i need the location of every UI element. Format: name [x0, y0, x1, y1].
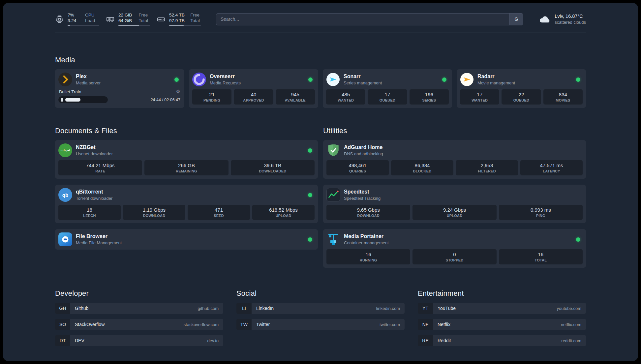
stat-label: UPLOAD	[414, 214, 495, 218]
bookmark-abbr: SO	[55, 319, 70, 330]
portainer-icon	[326, 232, 340, 246]
service-title: Speedtest	[344, 189, 381, 195]
card-portainer[interactable]: Media Portainer Container management 16R…	[323, 229, 586, 268]
bookmark-abbr: NF	[418, 319, 433, 330]
service-subtitle: Container management	[344, 240, 389, 246]
bookmark-name: Netflix	[433, 319, 561, 330]
media-progress-fill	[65, 98, 80, 102]
bookmark-name: DEV	[70, 335, 207, 346]
card-radarr[interactable]: Radarr Movie management 17WANTED 22QUEUE…	[457, 69, 586, 108]
stat-tile: 39.6 TBDOWNLOADED	[231, 160, 315, 175]
service-subtitle: Media File Management	[76, 240, 122, 246]
disk-free-value: 52.4 TB	[169, 12, 186, 18]
adguard-icon	[326, 143, 340, 157]
bookmark-twitter[interactable]: TW Twitter twitter.com	[236, 319, 405, 330]
stat-value: 0.993 ms	[500, 207, 581, 213]
sonarr-icon	[326, 73, 340, 86]
stat-value: 266 GB	[146, 163, 227, 168]
section-utilities: Utilities	[323, 126, 586, 268]
card-speedtest[interactable]: Speedtest Speedtest Tracking 9.65 GbpsDO…	[323, 185, 586, 223]
disk-usage-bar	[169, 25, 201, 26]
stat-value: 17	[461, 92, 498, 98]
bookmark-domain: dev.to	[207, 335, 223, 346]
bookmark-domain: netflix.com	[561, 319, 586, 330]
weather-widget: Lviv, 16.87°C scattered clouds	[538, 13, 586, 25]
gear-icon[interactable]: ⚙	[176, 89, 180, 94]
card-sonarr[interactable]: Sonarr Series management 485WANTED 17QUE…	[323, 69, 452, 108]
stat-tile: 618.52 MbpsUPLOAD	[252, 205, 315, 220]
bookmark-name: Reddit	[433, 335, 561, 346]
cpu-usage-bar-fill	[68, 25, 70, 26]
stat-value: 945	[277, 92, 314, 98]
stat-tile: 834MOVIES	[543, 89, 583, 105]
stat-label: FILTERED	[457, 169, 517, 173]
status-dot	[308, 148, 312, 153]
stat-tile: 40APPROVED	[234, 89, 273, 105]
stat-label: AVAILABLE	[277, 98, 314, 103]
dashboard-page: 7% CPU 3.24 Load	[3, 3, 638, 361]
bookmark-domain: github.com	[198, 303, 223, 314]
stat-value: 17	[369, 92, 406, 98]
stat-value: 9.65 Gbps	[328, 207, 409, 213]
weather-location: Lviv, 16.87°C	[555, 13, 586, 19]
search-provider-button[interactable]: G	[509, 14, 523, 25]
stat-tile: 22QUEUED	[502, 89, 541, 105]
section-title-utilities: Utilities	[323, 126, 586, 135]
stat-value: 196	[411, 92, 447, 98]
stat-tile: 21PENDING	[192, 89, 231, 105]
radarr-icon	[460, 73, 474, 86]
section-title-media: Media	[55, 55, 586, 64]
disk-icon	[157, 15, 166, 24]
stat-value: 1.19 Gbps	[124, 207, 184, 213]
bookmark-linkedin[interactable]: LI LinkedIn linkedin.com	[236, 303, 405, 314]
card-nzbget[interactable]: nzbget NZBGet Usenet downloader 744.21 M…	[55, 140, 318, 179]
stat-label: QUEUED	[503, 98, 539, 103]
plex-icon	[58, 73, 72, 86]
stat-tile: 0STOPPED	[412, 249, 496, 264]
card-plex[interactable]: Plex Media server Bullet Train ⚙	[55, 69, 184, 108]
stat-label: STOPPED	[414, 258, 495, 262]
service-subtitle: DNS and adblocking	[344, 151, 383, 157]
card-filebrowser[interactable]: File Browser Media File Management	[55, 229, 318, 250]
bookmark-dev[interactable]: DT DEV dev.to	[55, 335, 223, 346]
bookmark-name: StackOverflow	[70, 319, 184, 330]
bookmark-github[interactable]: GH Github github.com	[55, 303, 223, 314]
media-progress-bar[interactable]	[58, 96, 108, 103]
overseerr-icon	[192, 73, 206, 86]
bookmark-reddit[interactable]: RE Reddit reddit.com	[418, 335, 586, 346]
stat-tile: 17WANTED	[460, 89, 499, 105]
service-title: qBittorrent	[76, 189, 112, 195]
stat-tile: 9.24 GbpsUPLOAD	[412, 205, 496, 220]
bookmark-stackoverflow[interactable]: SO StackOverflow stackoverflow.com	[55, 319, 223, 330]
cpu-usage-bar	[68, 25, 99, 26]
card-adguard[interactable]: AdGuard Home DNS and adblocking 498,461Q…	[323, 140, 586, 179]
stat-tile: 744.21 MbpsRATE	[58, 160, 142, 175]
disk-usage-bar-fill	[169, 25, 184, 26]
stat-label: DOWNLOADED	[232, 169, 313, 173]
stat-label: QUEUED	[369, 98, 406, 103]
bookmark-abbr: GH	[55, 303, 70, 314]
stat-label: PING	[500, 214, 581, 218]
bookmark-group-developer: Developer GH Github github.com SO StackO…	[55, 289, 223, 346]
bookmark-group-title: Developer	[55, 289, 223, 298]
card-overseerr[interactable]: Overseerr Media Requests 21PENDING 40APP…	[189, 69, 318, 108]
search-input[interactable]	[216, 13, 523, 25]
stat-label: TOTAL	[500, 258, 581, 262]
bookmark-group-entertainment: Entertainment YT YouTube youtube.com NF …	[418, 289, 586, 346]
bookmark-group-social: Social LI LinkedIn linkedin.com TW Twitt…	[236, 289, 405, 346]
memory-icon	[106, 15, 115, 24]
service-title: Plex	[76, 73, 101, 80]
bookmark-youtube[interactable]: YT YouTube youtube.com	[418, 303, 586, 314]
memory-total-label: Total	[138, 18, 150, 23]
stat-value: 16	[60, 207, 119, 213]
stat-value: 47.571 ms	[522, 163, 581, 168]
bookmark-netflix[interactable]: NF Netflix netflix.com	[418, 319, 586, 330]
pause-icon[interactable]	[61, 98, 63, 102]
section-media: Media Plex Media server	[55, 55, 586, 108]
card-qbittorrent[interactable]: qb qBittorrent Torrent downloader 16LEEC…	[55, 185, 318, 223]
cpu-load-value: 3.24	[68, 18, 80, 23]
bookmark-domain: linkedin.com	[376, 303, 405, 314]
stat-value: 16	[500, 252, 581, 258]
status-dot	[442, 77, 446, 82]
stat-label: BLOCKED	[392, 169, 452, 173]
